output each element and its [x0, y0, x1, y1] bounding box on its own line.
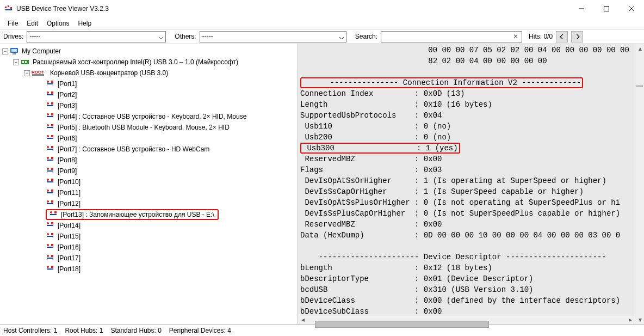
port-label: [Port4] : Составное USB устройство - Key… [57, 113, 247, 120]
next-hit-button[interactable] [571, 31, 583, 42]
app-icon [4, 4, 13, 13]
clear-search-icon[interactable]: ✕ [512, 33, 519, 40]
svg-point-44 [47, 255, 49, 257]
usb-port-icon [46, 199, 54, 208]
svg-rect-45 [51, 255, 53, 257]
svg-text:ROOT: ROOT [32, 70, 44, 75]
close-button[interactable] [619, 0, 644, 17]
menu-options[interactable]: Options [42, 19, 73, 28]
menu-help[interactable]: Help [73, 19, 96, 28]
prev-hit-button[interactable] [556, 31, 568, 42]
port-label: [Port18] [57, 265, 82, 273]
tree-port[interactable]: [Port3] [1, 100, 296, 111]
hexdump-pre: 00 00 00 07 05 02 02 00 04 00 00 00 00 0… [300, 46, 629, 65]
svg-point-40 [47, 233, 49, 235]
svg-rect-31 [51, 179, 53, 181]
port-label: [Port3] [57, 102, 78, 109]
tree-port[interactable]: [Port7] : Составное USB устройство - HD … [1, 144, 296, 155]
usb-port-icon [49, 210, 58, 219]
tree-port[interactable]: [Port17] [1, 253, 296, 264]
port-label: [Port12] [57, 200, 82, 207]
port-label: [Port16] [57, 243, 82, 251]
svg-point-46 [47, 266, 49, 268]
tree-port[interactable]: [Port14] [1, 220, 296, 231]
port-label: [Port1] [57, 80, 78, 88]
tree-root-label: My Computer [21, 47, 62, 55]
window-title: USB Device Tree Viewer V3.2.3 [16, 5, 109, 13]
collapse-icon[interactable]: − [24, 70, 30, 76]
svg-point-18 [47, 113, 49, 115]
usb-port-icon [46, 243, 54, 252]
usb-port-icon [46, 101, 54, 110]
port-label: [Port13] : Запоминающее устройство для U… [60, 211, 215, 218]
tree-host[interactable]: − Расширяемый хост-контроллер Intel(R) U… [1, 57, 296, 68]
tree-port-highlighted[interactable]: [Port13] : Запоминающее устройство для U… [1, 209, 296, 220]
usb-port-icon [46, 112, 54, 121]
tree-root[interactable]: − My Computer [1, 46, 296, 57]
svg-point-22 [47, 135, 49, 137]
usb-port-icon [46, 232, 54, 241]
collapse-icon[interactable]: − [2, 48, 8, 54]
scroll-down-icon[interactable]: ▾ [635, 315, 644, 324]
minimize-button[interactable] [569, 0, 594, 17]
details-text[interactable]: 00 00 00 07 05 02 02 00 04 00 00 00 00 0… [298, 44, 635, 315]
titlebar: USB Device Tree Viewer V3.2.3 [0, 0, 644, 17]
tree-port[interactable]: [Port10] [1, 176, 296, 187]
scroll-left-icon[interactable]: ◂ [298, 315, 307, 325]
tree-port[interactable]: [Port6] [1, 133, 296, 144]
details-vscrollbar[interactable]: ▴ ▾ [635, 44, 644, 324]
status-peripherals: Peripheral Devices: 4 [169, 327, 231, 334]
tree-port[interactable]: [Port4] : Составное USB устройство - Key… [1, 111, 296, 122]
port-label: [Port14] [57, 222, 82, 229]
tree-port[interactable]: [Port11] [1, 187, 296, 198]
hits-label: Hits: 0/0 [529, 33, 553, 40]
tree-port[interactable]: [Port1] [1, 78, 296, 89]
svg-rect-23 [51, 135, 53, 137]
tree-port[interactable]: [Port5] : Bluetooth USB Module - Keyboar… [1, 122, 296, 133]
svg-rect-8 [22, 61, 24, 63]
drives-combo[interactable]: ----- [27, 31, 166, 42]
others-label: Others: [175, 33, 196, 40]
main-split: − My Computer − Расширяемый хост-контрол… [0, 44, 644, 324]
drives-label: Drives: [3, 33, 23, 40]
search-label: Search: [355, 33, 377, 40]
tree-port[interactable]: [Port2] [1, 89, 296, 100]
search-input[interactable] [383, 33, 512, 40]
tree-port[interactable]: [Port9] [1, 166, 296, 176]
others-combo[interactable]: ----- [200, 31, 346, 42]
vscroll-thumb[interactable] [636, 85, 643, 87]
tree-port[interactable]: [Port12] [1, 198, 296, 209]
svg-rect-43 [51, 244, 53, 246]
port-label: [Port5] : Bluetooth USB Module - Keyboar… [57, 124, 231, 131]
svg-point-24 [47, 146, 49, 148]
svg-rect-5 [11, 49, 17, 52]
collapse-icon[interactable]: − [13, 59, 19, 65]
maximize-button[interactable] [594, 0, 619, 17]
menu-edit[interactable]: Edit [22, 19, 42, 28]
device-tree[interactable]: − My Computer − Расширяемый хост-контрол… [0, 44, 298, 324]
hscroll-thumb[interactable] [315, 321, 489, 328]
svg-point-30 [47, 179, 49, 181]
usb-port-icon [46, 221, 54, 230]
svg-point-14 [47, 91, 49, 94]
menu-file[interactable]: File [3, 19, 22, 28]
details-hscrollbar[interactable]: ◂ ▸ [298, 315, 635, 324]
status-root-hubs: Root Hubs: 1 [65, 327, 103, 334]
scroll-right-icon[interactable]: ▸ [626, 315, 635, 325]
scroll-up-icon[interactable]: ▴ [635, 44, 644, 53]
tree-hub[interactable]: − ROOT Корневой USB-концентратор (USB 3.… [1, 68, 296, 78]
port-label: [Port9] [57, 167, 78, 175]
port-label: [Port6] [57, 135, 78, 142]
svg-rect-21 [51, 124, 53, 126]
tree-port[interactable]: [Port16] [1, 242, 296, 253]
usb-port-icon [46, 167, 54, 175]
tree-port[interactable]: [Port8] [1, 155, 296, 166]
tree-port[interactable]: [Port18] [1, 264, 296, 274]
svg-rect-11 [32, 74, 44, 76]
port-label: [Port7] : Составное USB устройство - HD … [57, 145, 210, 153]
port-label: [Port15] [57, 233, 82, 240]
controller-icon [21, 58, 29, 66]
toolbar: Drives: ----- Others: ----- Search: ✕ Hi… [0, 29, 644, 44]
tree-port[interactable]: [Port15] [1, 231, 296, 242]
search-box[interactable]: ✕ [381, 31, 522, 42]
